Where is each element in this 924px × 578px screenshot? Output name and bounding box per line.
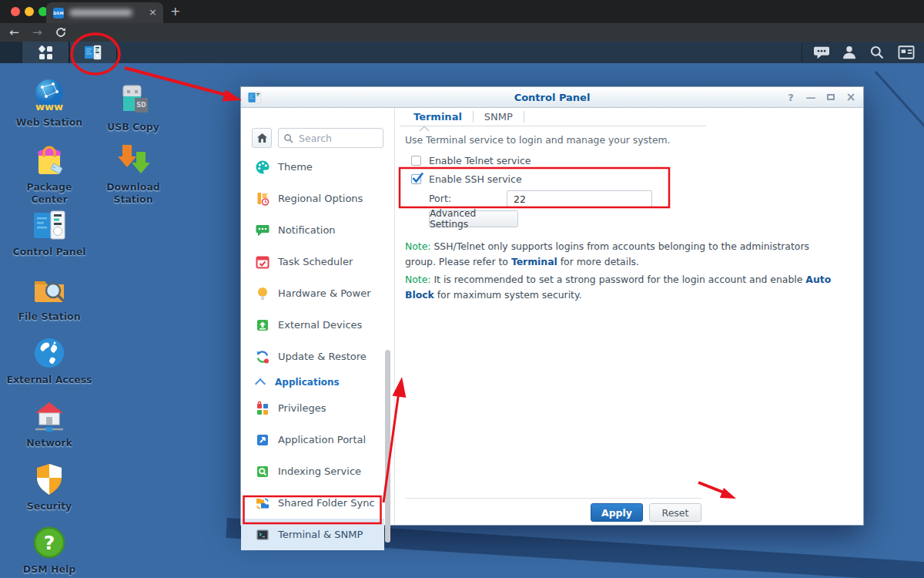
back-icon[interactable]: ← bbox=[9, 23, 19, 42]
window-maximize-icon[interactable] bbox=[823, 87, 839, 108]
sidebar-item-terminal-snmp[interactable]: Terminal & SNMP bbox=[241, 519, 384, 550]
sidebar-item-theme[interactable]: Theme bbox=[241, 151, 384, 183]
desktop-icon-web-station[interactable]: www Web Station bbox=[3, 77, 95, 129]
sidebar-item-hardware-power[interactable]: Hardware & Power bbox=[241, 277, 384, 309]
web-station-icon: www bbox=[31, 77, 68, 114]
mac-close-button[interactable] bbox=[11, 7, 20, 16]
browser-tab[interactable]: DSM × bbox=[46, 2, 163, 23]
external-access-icon bbox=[31, 334, 68, 371]
tab-close-icon[interactable]: × bbox=[149, 6, 157, 18]
task-scheduler-icon bbox=[255, 254, 270, 270]
desktop-icon-package-center[interactable]: Package Center bbox=[3, 142, 95, 205]
sidebar-item-indexing-service[interactable]: Indexing Service bbox=[241, 455, 384, 487]
sidebar-item-shared-folder-sync[interactable]: Shared Folder Sync bbox=[241, 487, 384, 519]
sidebar-item-label: Theme bbox=[278, 161, 313, 173]
sidebar-item-privileges[interactable]: Privileges bbox=[241, 392, 384, 424]
note-label: Note: bbox=[405, 274, 431, 285]
window-close-icon[interactable]: × bbox=[843, 87, 859, 108]
new-tab-button[interactable]: + bbox=[170, 4, 180, 19]
terminal-snmp-icon bbox=[255, 527, 270, 543]
note-label: Note: bbox=[405, 240, 431, 252]
mac-minimize-button[interactable] bbox=[25, 7, 34, 16]
desktop-icon-network[interactable]: Network bbox=[3, 398, 95, 449]
active-tab-notch-inner bbox=[420, 127, 428, 131]
ssh-checkbox[interactable] bbox=[411, 174, 421, 184]
control-panel-task-icon bbox=[84, 44, 102, 61]
security-icon bbox=[31, 461, 68, 498]
sidebar-item-external-devices[interactable]: External Devices bbox=[241, 309, 384, 341]
sidebar-scrollbar[interactable] bbox=[385, 350, 390, 543]
control-panel-window: Control Panel ? — × bbox=[240, 86, 864, 526]
sidebar-item-notification[interactable]: Notification bbox=[241, 214, 384, 246]
shared-folder-sync-icon bbox=[255, 496, 270, 511]
dsm-help-icon: ? bbox=[31, 524, 68, 561]
maximize-box bbox=[827, 94, 835, 100]
window-minimize-icon[interactable]: — bbox=[803, 87, 819, 108]
tab-terminal[interactable]: Terminal bbox=[403, 108, 473, 126]
sidebar-item-update-restore[interactable]: Update & Restore bbox=[241, 341, 384, 372]
note-text: It is recommended to set a strong passwo… bbox=[434, 274, 802, 285]
tab-snmp[interactable]: SNMP bbox=[474, 108, 524, 126]
reset-button[interactable]: Reset bbox=[649, 503, 701, 522]
widgets-button[interactable] bbox=[895, 42, 918, 63]
main-menu-button[interactable] bbox=[22, 42, 69, 63]
taskbar-separator bbox=[802, 43, 802, 62]
forward-icon[interactable]: → bbox=[32, 23, 42, 42]
taskbar-control-panel-button[interactable] bbox=[69, 42, 117, 63]
screen: DSM × + ← → ⚠ Not Secure | 192 5001 ★ AB… bbox=[0, 0, 924, 578]
desktop-icon-usb-copy[interactable]: SD USB Copy bbox=[87, 82, 179, 133]
desktop-icon-label: DSM Help bbox=[3, 563, 95, 576]
desktop-icon-control-panel[interactable]: Control Panel bbox=[3, 207, 95, 258]
sidebar-item-task-scheduler[interactable]: Task Scheduler bbox=[241, 246, 384, 277]
terminal-intro-text: Use Terminal service to login and manage… bbox=[405, 134, 671, 146]
terminal-link[interactable]: Terminal bbox=[511, 256, 557, 267]
wallpaper-diagonal-line bbox=[875, 71, 924, 136]
sidebar-item-application-portal[interactable]: Application Portal bbox=[241, 424, 384, 455]
theme-icon bbox=[255, 160, 270, 175]
window-help-icon[interactable]: ? bbox=[783, 87, 798, 108]
sidebar-item-label: Terminal & SNMP bbox=[278, 529, 363, 540]
search-input[interactable] bbox=[297, 132, 377, 145]
search-field-icon bbox=[283, 133, 293, 143]
sidebar-item-label: Regional Options bbox=[278, 193, 363, 204]
package-center-icon bbox=[31, 142, 68, 179]
desktop-icon-security[interactable]: Security bbox=[3, 461, 95, 512]
home-icon bbox=[256, 133, 268, 143]
advanced-settings-button[interactable]: Advanced Settings bbox=[429, 210, 518, 227]
desktop-icon-download-station[interactable]: Download Station bbox=[87, 142, 179, 205]
search-button[interactable] bbox=[865, 42, 889, 63]
chat-bubble-icon bbox=[813, 45, 830, 60]
dsm-taskbar bbox=[0, 42, 924, 63]
telnet-checkbox[interactable] bbox=[411, 156, 421, 166]
desktop-icon-label: File Station bbox=[3, 311, 95, 323]
network-icon bbox=[31, 398, 68, 435]
window-titlebar[interactable]: Control Panel ? — × bbox=[241, 87, 863, 108]
desktop-icon-external-access[interactable]: External Access bbox=[3, 334, 95, 386]
search-icon bbox=[869, 45, 885, 60]
sidebar-item-label: Indexing Service bbox=[278, 465, 361, 477]
sidebar-item-regional-options[interactable]: Regional Options bbox=[241, 183, 384, 214]
desktop-icon-file-station[interactable]: File Station bbox=[3, 271, 95, 323]
svg-text:SD: SD bbox=[136, 102, 146, 109]
sidebar-home-button[interactable] bbox=[252, 128, 272, 148]
sidebar-section-label: Applications bbox=[275, 377, 340, 388]
download-station-icon bbox=[115, 142, 152, 179]
sidebar-item-label: Application Portal bbox=[278, 434, 366, 445]
apply-button[interactable]: Apply bbox=[591, 503, 643, 522]
user-options-button[interactable] bbox=[838, 42, 861, 63]
telnet-row: Enable Telnet service bbox=[411, 155, 531, 166]
desktop-icon-dsm-help[interactable]: ? DSM Help bbox=[3, 524, 95, 576]
sidebar-search-box[interactable] bbox=[278, 128, 383, 148]
reload-icon[interactable] bbox=[55, 27, 66, 38]
notifications-button[interactable] bbox=[810, 42, 833, 63]
note-auto-block: Note: It is recommended to set a strong … bbox=[405, 272, 836, 302]
desktop-icon-label: Web Station bbox=[3, 116, 95, 129]
sidebar-item-label: External Devices bbox=[278, 319, 362, 331]
chevron-up-icon bbox=[255, 378, 266, 388]
tab-title-blurred bbox=[69, 9, 132, 16]
desktop-icon-label: Network bbox=[3, 437, 95, 449]
sidebar-section-applications[interactable]: Applications bbox=[241, 372, 394, 392]
hardware-power-icon bbox=[255, 286, 270, 301]
sidebar-item-label: Notification bbox=[278, 224, 336, 236]
port-input[interactable] bbox=[507, 190, 652, 207]
